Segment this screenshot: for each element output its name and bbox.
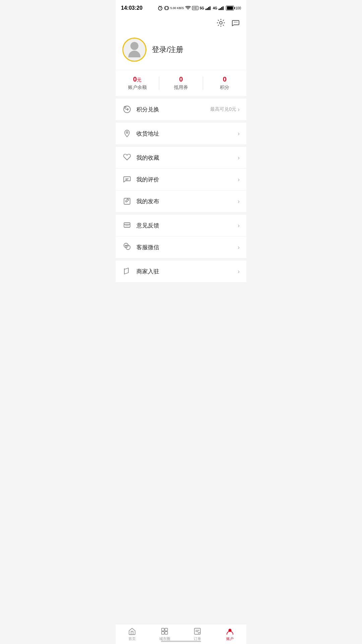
feedback-label: 意见反馈: [136, 222, 238, 229]
hd-badge: HD: [192, 6, 198, 10]
profile-section: 登录/注册: [116, 31, 246, 70]
svg-rect-11: [209, 6, 210, 10]
chevron-icon: ›: [238, 244, 240, 250]
alarm-icon: [158, 5, 163, 11]
stat-voucher-value: 0: [179, 75, 183, 83]
avatar-body: [128, 51, 140, 57]
reviews-icon: [122, 175, 132, 184]
svg-point-17: [234, 22, 235, 22]
menu-section-points: 积分兑换 最高可兑0元 ›: [116, 99, 246, 120]
menu-section-address: 收货地址 ›: [116, 123, 246, 144]
menu-item-shipping-address[interactable]: 收货地址 ›: [116, 123, 246, 144]
stat-balance-label: 账户余额: [128, 85, 147, 91]
menu-item-favorites[interactable]: 我的收藏 ›: [116, 147, 246, 169]
vibrate-icon: [164, 5, 169, 11]
svg-rect-14: [221, 7, 222, 10]
avatar[interactable]: [122, 38, 146, 62]
stats-section: 0元 账户余额 0 抵用券 0 积分: [116, 70, 246, 96]
menu-section-merchant: 商家入驻 ›: [116, 261, 246, 282]
chevron-icon: ›: [238, 268, 240, 274]
svg-point-29: [125, 245, 126, 246]
points-exchange-icon: [122, 105, 132, 114]
4g-badge: 4G: [213, 6, 217, 10]
svg-point-30: [126, 245, 127, 246]
menu-section-support: 意见反馈 › 客服微信 ›: [116, 215, 246, 258]
message-icon: [231, 18, 240, 27]
shipping-address-label: 收货地址: [136, 130, 238, 138]
svg-rect-15: [223, 6, 224, 10]
status-icons: 5.00 KB/S HD 5G 4G 100: [158, 5, 241, 11]
stat-points-label: 积分: [220, 85, 229, 91]
status-time: 14:03:20: [121, 5, 142, 11]
message-button[interactable]: [230, 17, 241, 28]
chevron-icon: ›: [238, 155, 240, 161]
posts-label: 我的发布: [136, 198, 238, 205]
stat-points[interactable]: 0 积分: [203, 75, 246, 91]
chevron-icon: ›: [238, 222, 240, 228]
avatar-head: [130, 42, 138, 50]
svg-line-2: [160, 8, 161, 8]
5g-badge: 5G: [200, 6, 204, 10]
stat-points-value: 0: [223, 75, 227, 83]
menu-section-user-content: 我的收藏 › 我的评价 ›: [116, 147, 246, 212]
signal-5g-icon: [205, 6, 212, 10]
avatar-placeholder: [128, 42, 140, 57]
menu-item-reviews[interactable]: 我的评价 ›: [116, 169, 246, 191]
points-exchange-hint: 最高可兑0元: [210, 106, 236, 112]
svg-rect-5: [165, 6, 168, 10]
merchant-join-icon: [122, 267, 132, 276]
status-bar: 14:03:20 5.00 KB/S HD 5G 4G: [116, 0, 246, 15]
svg-rect-26: [124, 223, 130, 227]
chevron-icon: ›: [238, 176, 240, 182]
svg-point-22: [126, 132, 128, 133]
stat-voucher[interactable]: 0 抵用券: [159, 75, 202, 91]
network-speed: 5.00 KB/S: [170, 6, 184, 10]
settings-button[interactable]: [216, 17, 226, 28]
battery-level: 100: [235, 6, 241, 10]
points-exchange-right: 最高可兑0元 ›: [210, 106, 240, 112]
menu-item-posts[interactable]: 我的发布 ›: [116, 191, 246, 212]
signal-4g-icon: [219, 6, 225, 10]
svg-rect-8: [205, 9, 206, 10]
menu-item-points-exchange[interactable]: 积分兑换 最高可兑0元 ›: [116, 99, 246, 120]
feedback-icon: [122, 221, 132, 230]
reviews-label: 我的评价: [136, 176, 238, 183]
battery-icon: [226, 6, 234, 10]
customer-wechat-icon: [122, 243, 132, 252]
points-exchange-label: 积分兑换: [136, 106, 210, 113]
merchant-join-label: 商家入驻: [136, 268, 238, 275]
svg-point-16: [220, 21, 222, 24]
svg-point-19: [237, 22, 237, 22]
menu-item-customer-wechat[interactable]: 客服微信 ›: [116, 236, 246, 258]
stat-balance[interactable]: 0元 账户余额: [116, 75, 159, 91]
chevron-icon: ›: [238, 198, 240, 204]
svg-line-4: [161, 6, 162, 7]
stat-voucher-label: 抵用券: [174, 85, 188, 91]
posts-icon: [122, 197, 132, 206]
chevron-icon: ›: [238, 130, 240, 137]
top-action-bar: [116, 15, 246, 31]
svg-point-18: [235, 22, 236, 22]
svg-line-3: [159, 6, 160, 7]
shipping-address-right: ›: [238, 130, 240, 137]
login-register-link[interactable]: 登录/注册: [152, 45, 183, 55]
stat-balance-value: 0元: [133, 75, 141, 83]
chevron-icon: ›: [238, 106, 240, 112]
svg-rect-12: [219, 9, 220, 10]
svg-rect-9: [207, 8, 208, 10]
menu-item-merchant-join[interactable]: 商家入驻 ›: [116, 261, 246, 282]
favorites-label: 我的收藏: [136, 154, 238, 162]
customer-wechat-label: 客服微信: [136, 244, 238, 251]
menu-item-feedback[interactable]: 意见反馈 ›: [116, 215, 246, 236]
favorites-icon: [122, 153, 132, 162]
svg-rect-10: [208, 7, 209, 10]
svg-rect-13: [220, 8, 221, 10]
wifi-icon: [185, 6, 191, 10]
settings-icon: [217, 18, 225, 27]
shipping-address-icon: [122, 129, 132, 138]
